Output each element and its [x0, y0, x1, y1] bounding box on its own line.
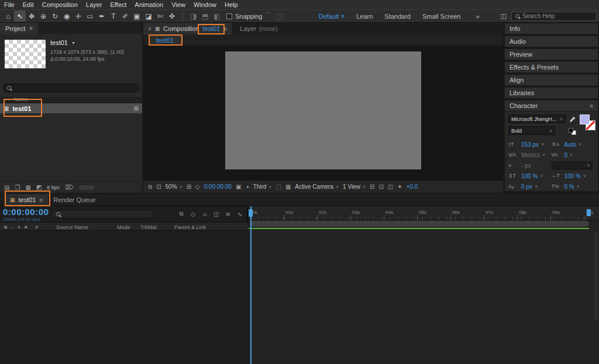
view-layout-dropdown[interactable]: 1 View ∨ — [343, 183, 366, 190]
share-view-icon[interactable]: ⊟ — [370, 183, 374, 190]
black-swatch[interactable] — [569, 128, 573, 133]
column-parent-link[interactable]: Parent & Link — [174, 224, 206, 230]
puppet-pin-tool[interactable]: ✜ — [166, 11, 178, 22]
horizontal-scale-control[interactable]: ⇔T 100 % ∨ — [552, 173, 595, 179]
timeline-tab-render-queue[interactable]: Render Queue — [48, 194, 101, 206]
bit-depth-button[interactable]: 8 bpc — [47, 185, 60, 190]
type-tool[interactable]: T — [108, 11, 119, 22]
workspace-overflow-button[interactable]: » — [476, 13, 479, 20]
stroke-width-value[interactable]: - px — [521, 162, 531, 169]
item-options-icon[interactable]: ⊞ — [134, 105, 139, 112]
baseline-shift-control[interactable]: Aₐ 0 px ∨ — [508, 183, 552, 190]
work-area-bar[interactable] — [250, 221, 589, 227]
timeline-scrollbar[interactable] — [594, 232, 598, 320]
eyedropper-icon[interactable] — [569, 116, 576, 123]
graph-editor-icon[interactable]: ∿ — [235, 209, 245, 219]
font-style-dropdown[interactable]: Bold ∨ — [508, 126, 555, 135]
snapping-control[interactable]: Snapping — [226, 13, 263, 20]
panel-preview[interactable]: Preview — [504, 48, 598, 60]
tracking-value[interactable]: 0 — [564, 152, 568, 158]
audio-icon[interactable]: ♪ — [11, 224, 13, 230]
frame-blending-icon[interactable]: ◫ — [212, 209, 221, 219]
selected-item-name[interactable]: test01 — [50, 39, 68, 46]
workspace-panel-icon[interactable]: ◫ — [501, 12, 507, 20]
exposure-value[interactable]: +0.0 — [407, 183, 418, 190]
eye-icon[interactable]: ◉ — [4, 224, 8, 230]
menu-item-view[interactable]: View — [167, 0, 190, 9]
panel-info[interactable]: Info — [504, 23, 598, 34]
font-size-value[interactable]: 153 px — [521, 141, 539, 148]
rectangle-tool[interactable]: ▭ — [84, 11, 96, 22]
region-of-interest-icon[interactable]: ⬚ — [276, 183, 281, 190]
eraser-tool[interactable]: ◪ — [143, 11, 154, 22]
vertical-scale-value[interactable]: 100 % — [521, 173, 538, 179]
home-tool[interactable]: ⌂ — [2, 11, 14, 22]
timeline-search-field[interactable] — [51, 210, 154, 219]
snap-along-edges-icon[interactable]: ⌒ — [263, 11, 274, 22]
column-mode[interactable]: Mode — [117, 224, 130, 230]
leading-control[interactable]: ⇕A Auto ∨ — [552, 141, 595, 148]
project-search-field[interactable] — [3, 84, 139, 92]
track-area[interactable] — [249, 229, 599, 364]
time-ruler[interactable]: 0s01s02s03s04s05s06s07s08s09s10s — [249, 206, 599, 220]
fill-color-swatch[interactable] — [580, 115, 590, 124]
kerning-value[interactable]: Metrics — [521, 152, 540, 158]
always-preview-icon[interactable]: ⧉ — [148, 183, 152, 190]
tab-layer[interactable]: Layer (none) — [232, 23, 285, 34]
menu-item-window[interactable]: Window — [190, 0, 221, 9]
playhead-line[interactable] — [250, 206, 252, 364]
workspace-tab-learn[interactable]: Learn — [350, 13, 378, 20]
font-size-control[interactable]: тT 153 px ∨ — [508, 141, 552, 148]
tsume-control[interactable]: T% 0 % ∨ — [552, 183, 595, 190]
panel-effects-presets[interactable]: Effects & Presets — [504, 61, 598, 73]
pixel-aspect-icon[interactable]: ◫ — [388, 183, 393, 190]
menu-item-effect[interactable]: Effect — [106, 0, 130, 9]
vertical-scale-control[interactable]: ⇕T 100 % ∨ — [508, 173, 552, 179]
column-trkmat[interactable]: TrkMat — [140, 224, 157, 230]
trash-icon[interactable]: ⌦ — [65, 184, 73, 190]
menu-item-file[interactable]: File — [0, 0, 19, 9]
font-family-dropdown[interactable]: Microsoft JhengH... ∨ — [508, 115, 566, 123]
magnification-dropdown[interactable]: 50% ∨ — [166, 183, 183, 190]
horizontal-scale-value[interactable]: 100 % — [564, 173, 581, 179]
stroke-style-control[interactable]: ∨ — [552, 162, 595, 169]
new-composition-icon[interactable]: ▦ — [25, 184, 30, 190]
workspace-tab-standard[interactable]: Standard — [378, 13, 416, 20]
clone-stamp-tool[interactable]: ▣ — [131, 11, 143, 22]
panel-audio[interactable]: Audio — [504, 36, 598, 47]
pan-behind-tool[interactable]: ✛ — [73, 11, 84, 22]
current-timecode[interactable]: 0:00:00:00 — [3, 207, 49, 217]
monitor-icon[interactable]: ⊡ — [156, 183, 161, 190]
menu-item-layer[interactable]: Layer — [82, 0, 106, 9]
lock-icon[interactable]: ■ — [25, 224, 27, 230]
tab-project[interactable]: Project ≡ — [0, 23, 38, 34]
menu-item-edit[interactable]: Edit — [19, 0, 38, 9]
hide-shy-layers-icon[interactable]: ☺ — [200, 209, 209, 219]
brush-tool[interactable]: ✐ — [119, 11, 131, 22]
solo-icon[interactable]: ● — [18, 224, 20, 230]
camera-tool[interactable]: ◉ — [61, 11, 73, 22]
menu-item-help[interactable]: Help — [221, 0, 242, 9]
snap-features-icon[interactable]: ⬚ — [274, 11, 286, 22]
stroke-width-control[interactable]: ≡ - px — [508, 162, 552, 169]
workspace-tab-small-screen[interactable]: Small Screen — [416, 13, 466, 20]
workspace-tab-default[interactable]: Default — [313, 13, 342, 20]
panel-menu-icon[interactable]: ≡ — [29, 25, 33, 32]
draft-3d-icon[interactable]: ◇ — [188, 209, 198, 219]
panel-character[interactable]: Character ≡ — [504, 100, 598, 112]
help-search-field[interactable]: Search Help — [511, 12, 597, 21]
new-folder-icon[interactable]: ❐ — [15, 184, 20, 190]
panel-align[interactable]: Align — [504, 74, 598, 86]
pen-tool[interactable]: ✒ — [96, 11, 108, 22]
show-channels-icon[interactable]: ◑ — [245, 183, 249, 190]
column-hash[interactable]: # — [35, 224, 38, 230]
composition-mini-flowchart-icon[interactable]: ⧉ — [177, 209, 186, 219]
view-options-icon[interactable]: ⊡ — [378, 183, 383, 190]
baseline-shift-value[interactable]: 0 px — [521, 183, 532, 190]
menu-item-animation[interactable]: Animation — [130, 0, 167, 9]
transparency-grid-icon[interactable]: ▦ — [285, 183, 291, 190]
column-source-name[interactable]: Source Name — [56, 224, 88, 230]
zoom-tool[interactable]: ⊕ — [37, 11, 49, 22]
motion-blur-icon[interactable]: ≋ — [223, 209, 233, 219]
camera-dropdown[interactable]: Active Camera ∨ — [295, 183, 339, 190]
